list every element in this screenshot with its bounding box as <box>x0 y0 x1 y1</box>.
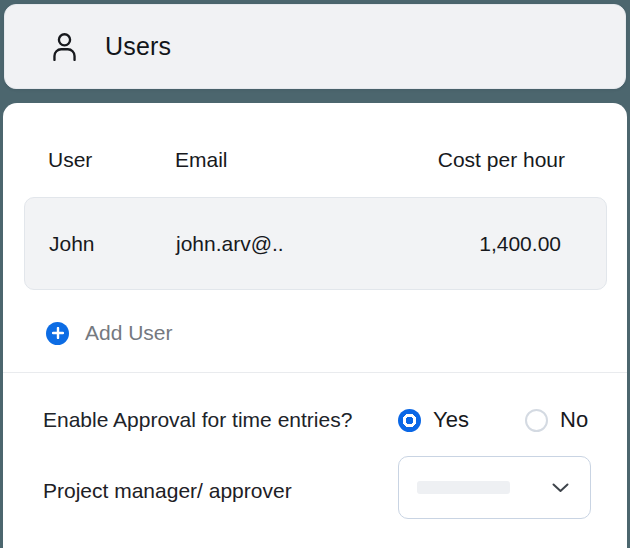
radio-unselected-icon <box>525 409 548 432</box>
manager-label: Project manager/ approver <box>43 477 292 505</box>
cell-user: John <box>49 232 176 256</box>
users-card: User Email Cost per hour John john.arv@.… <box>3 103 627 548</box>
plus-icon <box>46 322 69 345</box>
column-header-cost: Cost per hour <box>405 148 565 172</box>
approval-question: Enable Approval for time entries? <box>43 406 352 434</box>
cell-email: john.arv@.. <box>176 232 406 256</box>
radio-selected-icon <box>398 409 421 432</box>
column-header-email: Email <box>175 148 405 172</box>
radio-no-label: No <box>560 407 588 433</box>
cell-cost: 1,400.00 <box>406 232 561 256</box>
add-user-label: Add User <box>85 321 173 345</box>
add-user-button[interactable]: Add User <box>46 318 173 348</box>
section-divider <box>3 372 627 373</box>
column-header-user: User <box>48 148 175 172</box>
manager-select[interactable] <box>398 456 591 519</box>
section-title: Users <box>105 32 171 61</box>
user-icon <box>51 32 78 61</box>
users-section-header[interactable]: Users <box>4 4 626 89</box>
radio-option-yes[interactable]: Yes <box>398 406 469 434</box>
radio-option-no[interactable]: No <box>525 406 588 434</box>
selected-value-placeholder <box>417 481 510 494</box>
users-settings-panel: Users User Email Cost per hour John john… <box>0 0 630 548</box>
table-row[interactable]: John john.arv@.. 1,400.00 <box>24 197 607 290</box>
radio-yes-label: Yes <box>433 407 469 433</box>
table-header: User Email Cost per hour <box>48 146 565 174</box>
chevron-down-icon <box>552 483 569 493</box>
